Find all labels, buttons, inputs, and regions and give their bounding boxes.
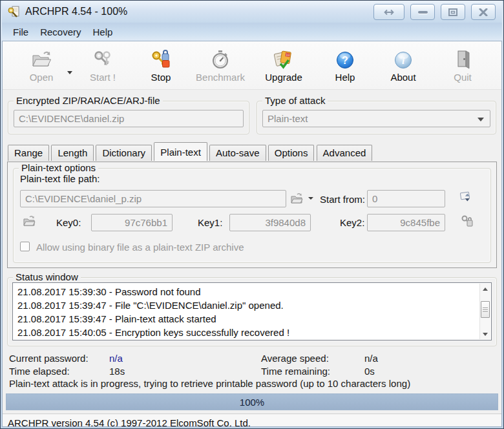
attack-type-value: Plain-text — [268, 113, 308, 124]
statusbar-text: ARCHPR version 4.54 (c) 1997-2012 ElcomS… — [8, 417, 251, 428]
upgrade-button[interactable]: 10 Upgrade — [253, 47, 315, 83]
titlebar[interactable]: ARCHPR 4.54 - 100% — [2, 1, 502, 23]
tab-options[interactable]: Options — [268, 145, 315, 161]
maximize-icon — [448, 8, 457, 16]
open-button[interactable]: Open — [16, 47, 67, 83]
tab-advanced[interactable]: Advanced — [317, 145, 373, 161]
tab-dictionary[interactable]: Dictionary — [96, 145, 152, 161]
start-from-spin-button[interactable] — [459, 191, 474, 205]
stop-label: Stop — [135, 72, 187, 83]
app-key-icon — [7, 5, 20, 18]
menu-recovery[interactable]: Recovery — [34, 25, 87, 39]
key2-label: Key2: — [340, 217, 364, 228]
scroll-up-button[interactable] — [480, 284, 490, 294]
key2-input[interactable]: 9c845fbe — [367, 214, 445, 231]
key1-input[interactable]: 3f9840d8 — [229, 214, 311, 231]
resize-button[interactable] — [373, 4, 404, 20]
binary-file-checkbox-label: Allow using binary file as a plain-text … — [36, 242, 244, 253]
maximize-button[interactable] — [441, 4, 465, 20]
binary-file-checkbox[interactable] — [20, 242, 30, 251]
minimize-button[interactable] — [410, 4, 435, 20]
benchmark-button[interactable]: Benchmark — [188, 47, 253, 83]
quit-label: Quit — [437, 72, 488, 83]
help-label: Help — [319, 72, 371, 83]
window-title: ARCHPR 4.54 - 100% — [25, 6, 127, 17]
benchmark-stopwatch-icon — [210, 49, 231, 70]
plain-text-file-path-input[interactable]: C:\EVIDENCE\daniel_p.zip — [20, 190, 286, 207]
benchmark-label: Benchmark — [188, 72, 253, 83]
tab-auto-save[interactable]: Auto-save — [209, 145, 266, 161]
menu-help[interactable]: Help — [87, 25, 119, 39]
key-lock-icon — [461, 214, 474, 228]
keys-folder-button[interactable] — [23, 215, 36, 227]
open-folder-icon — [31, 49, 52, 70]
stats-section: Current password: n/a Average speed: n/a… — [9, 351, 501, 392]
key1-label: Key1: — [198, 217, 222, 228]
average-speed-value: n/a — [364, 353, 501, 364]
tab-strip: Range Length Dictionary Plain-text Auto-… — [8, 145, 501, 162]
attack-type-group: Type of attack Plain-text — [257, 101, 496, 134]
encrypted-file-group-label: Encrypted ZIP/RAR/ACE/ARJ-file — [14, 95, 163, 106]
toolbar: Open Start ! — [3, 41, 501, 90]
help-question-icon: ? — [335, 50, 355, 70]
encrypted-file-input[interactable]: C:\EVIDENCE\daniel.zip — [14, 110, 244, 127]
svg-text:?: ? — [342, 55, 348, 66]
close-button[interactable] — [471, 4, 496, 20]
log-line: 21.08.2017 15:40:05 - Encryption keys su… — [17, 326, 476, 339]
client-area: Open Start ! — [2, 41, 502, 427]
plain-text-options-label: Plain-text options — [19, 162, 98, 173]
tab-plain-text[interactable]: Plain-text — [154, 142, 207, 161]
progress-message: Plain-text attack is in progress, trying… — [9, 378, 501, 392]
tab-range[interactable]: Range — [8, 145, 49, 161]
help-button[interactable]: ? Help — [319, 47, 371, 83]
archpr-window: ARCHPR 4.54 - 100% — [0, 0, 504, 429]
start-button[interactable]: Start ! — [77, 47, 129, 83]
close-icon — [479, 8, 488, 16]
svg-text:10: 10 — [286, 52, 290, 57]
quit-button[interactable]: Quit — [437, 47, 488, 83]
attack-type-combobox[interactable]: Plain-text — [262, 110, 490, 127]
start-label: Start ! — [77, 72, 129, 83]
log-scrollbar[interactable] — [479, 284, 490, 339]
log-line: 21.08.2017 15:39:30 - Password not found — [17, 285, 476, 298]
key-tool-button[interactable] — [461, 214, 474, 228]
time-remaining-label: Time remaining: — [261, 366, 364, 377]
tab-length[interactable]: Length — [51, 145, 94, 161]
folder-icon — [290, 193, 303, 204]
log-line: 21.08.2017 15:39:47 - Plain-text attack … — [17, 312, 476, 326]
key0-input[interactable]: 97c76bb1 — [91, 214, 173, 231]
stop-keys-icon — [151, 49, 171, 70]
menu-file[interactable]: File — [7, 25, 34, 39]
status-log: 21.08.2017 15:39:30 - Password not found… — [12, 282, 492, 340]
minimize-icon — [418, 11, 428, 14]
about-label: About — [377, 72, 429, 83]
chevron-down-icon — [478, 118, 484, 121]
open-dropdown-caret[interactable] — [67, 71, 72, 74]
status-window-group: Status window 21.08.2017 15:39:30 - Pass… — [7, 277, 497, 346]
double-arrow-icon — [383, 8, 395, 16]
plain-text-tab-panel: Plain-text options Plain-text file path:… — [7, 162, 497, 268]
scroll-down-button[interactable] — [480, 329, 490, 339]
quit-door-icon — [454, 49, 472, 70]
about-button[interactable]: i About — [377, 47, 429, 83]
time-remaining-value: 0s — [364, 366, 501, 377]
plain-text-options-group: Plain-text options Plain-text file path:… — [13, 168, 491, 263]
file-path-label: Plain-text file path: — [20, 173, 100, 184]
start-from-input[interactable]: 0 — [367, 190, 445, 207]
start-from-label: Start from: — [320, 194, 365, 205]
browse-folder-button[interactable] — [290, 193, 303, 204]
folder-icon — [23, 215, 36, 227]
triangle-down-icon — [483, 333, 488, 336]
browse-dropdown-caret[interactable] — [308, 197, 313, 200]
about-info-icon: i — [394, 50, 413, 70]
time-elapsed-label: Time elapsed: — [9, 366, 109, 377]
scroll-thumb[interactable] — [481, 301, 490, 318]
current-password-label: Current password: — [9, 353, 109, 364]
triangle-up-icon — [483, 288, 488, 291]
key0-label: Key0: — [56, 217, 81, 228]
progress-bar-text: 100% — [6, 394, 498, 410]
progress-bar: 100% — [6, 393, 498, 410]
upgrade-icon: 10 — [273, 49, 295, 70]
stop-button[interactable]: Stop — [135, 47, 187, 83]
log-line: 21.08.2017 15:39:47 - File "C:\EVIDENCE\… — [17, 298, 476, 312]
